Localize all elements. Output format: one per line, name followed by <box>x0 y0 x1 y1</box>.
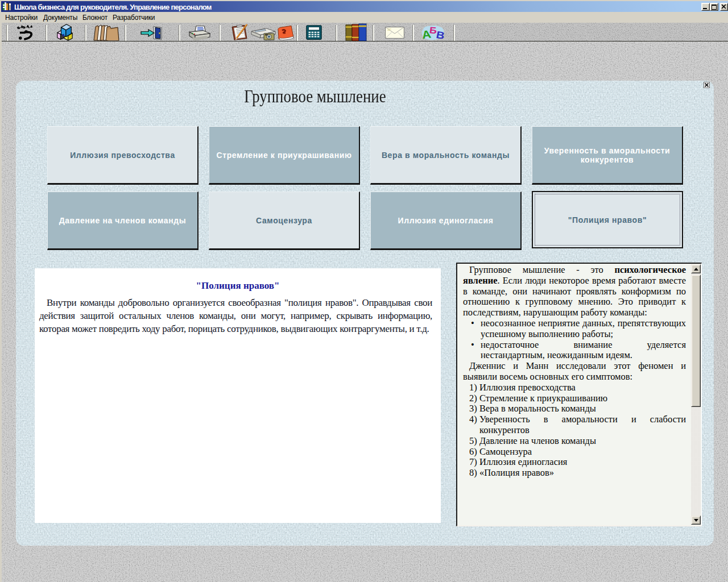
svg-text:В: В <box>435 29 445 41</box>
